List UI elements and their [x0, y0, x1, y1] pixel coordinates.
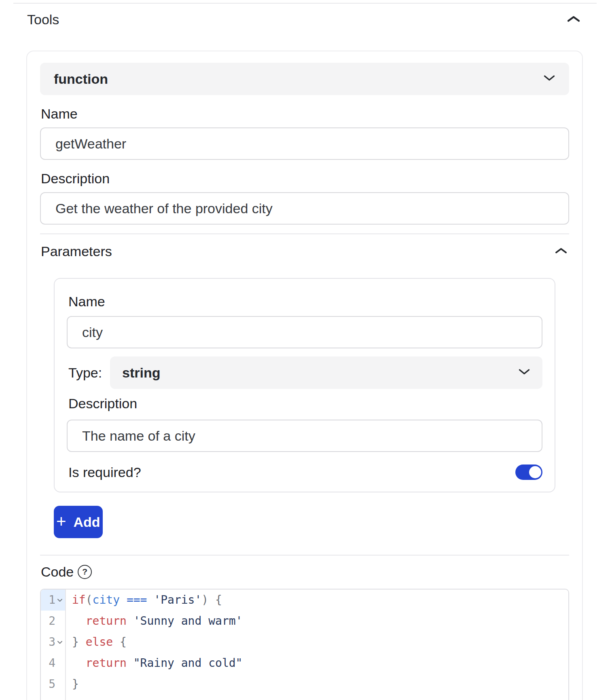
parameter-type-select[interactable]: string [110, 356, 542, 389]
gutter-line: 2 [41, 611, 65, 632]
parameter-name-label: Name [68, 293, 541, 310]
code-token: 'Sunny and warm' [133, 614, 243, 628]
parameters-collapse-button[interactable] [553, 245, 569, 257]
top-divider [13, 3, 597, 4]
code-token [127, 614, 133, 628]
parameter-description-input[interactable] [67, 420, 542, 452]
parameter-type-label: Type: [67, 365, 110, 381]
tool-name-input[interactable] [40, 127, 569, 160]
code-token [147, 593, 154, 607]
code-token: city [93, 593, 120, 607]
code-token: return [86, 656, 127, 670]
code-gutter: 12345 [41, 590, 66, 700]
fold-chevron-icon[interactable] [55, 598, 64, 602]
line-number: 3 [49, 632, 55, 653]
add-button-label: Add [74, 514, 100, 530]
code-divider [40, 555, 569, 556]
chevron-down-icon [543, 74, 555, 83]
code-token [72, 656, 86, 670]
tools-header: Tools [27, 12, 582, 27]
tools-title: Tools [27, 12, 59, 27]
parameter-type-value: string [122, 365, 518, 381]
tools-collapse-button[interactable] [565, 13, 582, 26]
gutter-line: 1 [41, 590, 65, 611]
code-header: Code ? [40, 564, 569, 580]
code-line: return "Rainy and cold" [72, 653, 568, 674]
code-token [127, 656, 133, 670]
code-line: } [72, 674, 568, 695]
required-toggle[interactable] [515, 465, 542, 480]
code-token [120, 593, 127, 607]
tool-description-label: Description [41, 170, 568, 187]
tool-name-label: Name [41, 106, 568, 122]
tool-description-input[interactable] [40, 192, 569, 225]
code-editor[interactable]: 12345 if(city === 'Paris') { return 'Sun… [40, 589, 569, 700]
code-token [72, 614, 86, 628]
chevron-down-icon [518, 368, 530, 377]
gutter-line: 4 [41, 653, 65, 674]
code-token: { [113, 635, 127, 649]
code-token: "Rainy and cold" [133, 656, 243, 670]
code-token: if [72, 593, 86, 607]
parameter-type-row: Type: string [67, 356, 542, 389]
code-token: } [72, 635, 86, 649]
plus-icon: + [56, 513, 66, 530]
tool-type-value: function [54, 71, 543, 87]
parameter-card: Name Type: string Description Is require… [54, 278, 555, 492]
line-number: 2 [49, 611, 55, 632]
code-token: === [127, 593, 147, 607]
code-token: else [86, 635, 113, 649]
add-parameter-button[interactable]: + Add [54, 506, 103, 538]
tools-panel: Tools function Name Description Paramete… [0, 0, 610, 700]
fold-chevron-icon[interactable] [55, 641, 64, 644]
code-token: 'Paris' [154, 593, 201, 607]
parameters-divider [40, 233, 569, 234]
line-number: 1 [49, 590, 55, 611]
parameter-required-row: Is required? [67, 463, 542, 481]
gutter-line: 3 [41, 632, 65, 653]
code-token: } [72, 677, 79, 691]
parameters-header: Parameters [40, 243, 569, 259]
code-line: return 'Sunny and warm' [72, 611, 568, 632]
code-token: ) { [201, 593, 222, 607]
tool-type-select[interactable]: function [40, 63, 569, 95]
line-number: 4 [49, 653, 55, 674]
code-label: Code [41, 564, 74, 580]
parameter-required-label: Is required? [67, 465, 141, 480]
parameters-title: Parameters [41, 243, 112, 259]
code-token: ( [86, 593, 93, 607]
gutter-line: 5 [41, 674, 65, 695]
chevron-up-icon [567, 15, 580, 24]
toggle-knob [529, 466, 541, 478]
code-line: } else { [72, 632, 568, 653]
chevron-up-icon [555, 247, 568, 256]
parameter-description-label: Description [68, 395, 541, 412]
code-line: if(city === 'Paris') { [72, 590, 568, 611]
question-mark-circle-icon[interactable]: ? [78, 565, 92, 579]
tool-card: function Name Description Parameters Nam… [26, 51, 583, 700]
line-number: 5 [49, 674, 55, 695]
parameter-name-input[interactable] [67, 316, 542, 348]
code-token: return [86, 614, 127, 628]
code-content: if(city === 'Paris') { return 'Sunny and… [66, 590, 568, 700]
